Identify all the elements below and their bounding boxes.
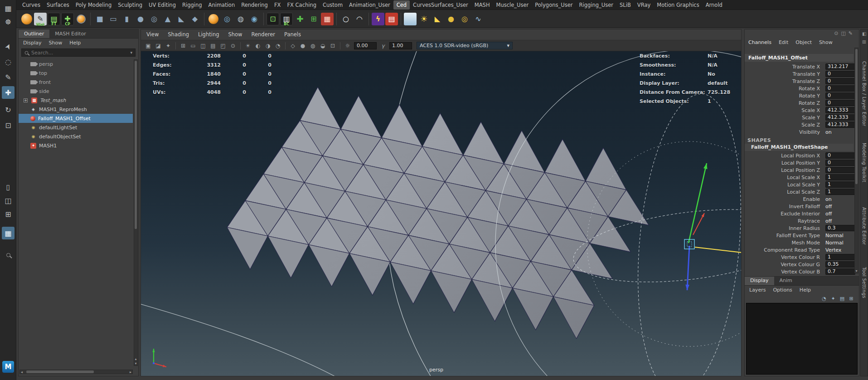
channel-value-field[interactable]: 0: [825, 93, 855, 99]
menu-custom[interactable]: Custom: [320, 0, 346, 10]
lasso-tool-icon[interactable]: [2, 55, 15, 68]
shelf-sphere-ring-icon[interactable]: [75, 13, 87, 25]
scrollbar-thumb[interactable]: [26, 370, 94, 373]
menu-arnold[interactable]: Arnold: [703, 0, 726, 10]
channel-value[interactable]: off: [825, 204, 832, 209]
shelf-poly-pyramid-icon[interactable]: [175, 13, 188, 25]
shelf-delete-history-icon[interactable]: [385, 13, 398, 25]
channel-value-field[interactable]: 0: [825, 160, 855, 166]
channel-value-field[interactable]: 412.333: [825, 122, 855, 128]
move-layer-icon[interactable]: [820, 295, 828, 302]
dock-icon[interactable]: [862, 31, 866, 36]
scroll-right-icon[interactable]: ▸: [130, 370, 131, 374]
layout-single-pane-icon[interactable]: [2, 180, 15, 193]
channel-value[interactable]: on: [825, 129, 832, 135]
outliner-item-repromesh[interactable]: ◈MASH1_ReproMesh: [19, 105, 133, 114]
exposure-icon[interactable]: [343, 42, 352, 50]
shelf-uv-sphere-icon[interactable]: [207, 13, 220, 25]
shelf-mash-icon[interactable]: [372, 13, 384, 25]
settings-gear-icon[interactable]: [2, 15, 15, 28]
scrollbar-thumb[interactable]: [855, 49, 858, 184]
channel-value-field[interactable]: 0.3: [825, 225, 855, 231]
channel-value-field[interactable]: 412.333: [825, 107, 855, 113]
shelf-torus-yellow-icon[interactable]: [458, 13, 471, 25]
menu-uv-editing[interactable]: UV Editing: [145, 0, 179, 10]
outliner-item-default-object-set[interactable]: ◉defaultObjectSet: [19, 132, 133, 141]
motion-blur-icon[interactable]: [273, 42, 282, 50]
outliner-item-top[interactable]: top: [19, 68, 133, 78]
select-tool-icon[interactable]: [2, 40, 15, 53]
menu-fx-caching[interactable]: FX Caching: [284, 0, 320, 10]
channel-value-field[interactable]: 0: [825, 78, 855, 84]
workspace-icon[interactable]: [2, 2, 15, 15]
menu-rendering[interactable]: Rendering: [238, 0, 271, 10]
list-view-icon[interactable]: [841, 30, 845, 36]
field-chart-icon[interactable]: [218, 42, 228, 50]
viewport-menu-view[interactable]: View: [146, 31, 159, 38]
channel-value-field[interactable]: 412.333: [825, 114, 855, 121]
ambient-occlusion-icon[interactable]: [263, 42, 272, 50]
lock-camera-icon[interactable]: [154, 42, 163, 50]
shelf-history-icon[interactable]: Hist: [34, 13, 47, 25]
viewport-canvas[interactable]: Verts:220800 Edges:331200 Faces:184000 T…: [141, 51, 741, 376]
menu-sculpting[interactable]: Sculpting: [115, 0, 145, 10]
isolate-select-icon[interactable]: [328, 42, 337, 50]
menu-surfaces[interactable]: Surfaces: [44, 0, 73, 10]
sidebar-tab-modeling-toolkit[interactable]: Modeling Toolkit: [862, 143, 867, 182]
camera-attributes-icon[interactable]: [164, 42, 173, 50]
channel-value[interactable]: on: [825, 196, 832, 202]
wireframe-mode-icon[interactable]: [288, 42, 297, 50]
rotate-tool-icon[interactable]: [2, 103, 15, 116]
menu-polygons-user[interactable]: Polygons_User: [532, 0, 576, 10]
channel-value[interactable]: Normal: [825, 240, 844, 246]
shape-node-name[interactable]: Falloff_MASH1_OffsetShape: [745, 144, 853, 151]
outliner-item-falloff[interactable]: Falloff_MASH1_Offset: [19, 114, 133, 123]
channel-value-field[interactable]: 0: [825, 71, 855, 77]
scroll-left-icon[interactable]: ◂: [21, 370, 23, 374]
layer-menu-options[interactable]: Options: [773, 287, 792, 293]
outliner-item-default-light-set[interactable]: ◉defaultLightSet: [19, 123, 133, 132]
pin-icon[interactable]: [834, 30, 838, 36]
gate-mask-icon[interactable]: [209, 42, 218, 50]
shelf-spotlight-icon[interactable]: [431, 13, 444, 25]
shelf-sky-plane-icon[interactable]: [404, 13, 417, 25]
shelf-move-snap-icon[interactable]: [294, 13, 306, 25]
menu-rigging[interactable]: Rigging: [179, 0, 205, 10]
shelf-wire-globe-icon[interactable]: [248, 13, 261, 25]
channel-value-field[interactable]: 0: [825, 152, 855, 159]
menu-slib[interactable]: SLiB: [616, 0, 634, 10]
edit-channels-icon[interactable]: [849, 30, 853, 36]
viewport-menu-lighting[interactable]: Lighting: [198, 31, 219, 38]
shelf-poly-sphere-icon[interactable]: [134, 13, 147, 25]
shaded-mode-icon[interactable]: [298, 42, 307, 50]
select-camera-icon[interactable]: [144, 42, 153, 50]
menu-curves[interactable]: Curves: [19, 0, 44, 10]
shelf-poly-cone-icon[interactable]: [161, 13, 174, 25]
exposure-field[interactable]: 0.00: [354, 42, 377, 49]
channel-value-field[interactable]: 0: [825, 167, 855, 173]
outliner-horizontal-scrollbar[interactable]: ◂ ▸: [19, 370, 133, 374]
layer-menu-help[interactable]: Help: [800, 287, 811, 293]
menu-poly-modeling[interactable]: Poly Modeling: [73, 0, 115, 10]
channel-value-field[interactable]: 1: [825, 254, 855, 260]
grid-toggle-icon[interactable]: [179, 42, 188, 50]
menu-animation[interactable]: Animation: [205, 0, 238, 10]
safe-action-icon[interactable]: [228, 42, 238, 50]
outliner-menu-help[interactable]: Help: [69, 40, 81, 46]
channel-value[interactable]: off: [825, 218, 832, 224]
channel-value[interactable]: Normal: [825, 233, 844, 239]
shelf-center-pivot-icon[interactable]: CP: [61, 13, 74, 25]
shelf-batch-bake-icon[interactable]: BC: [280, 13, 293, 25]
channel-value-field[interactable]: 1: [825, 174, 855, 180]
shelf-freeze-transform-icon[interactable]: FT: [48, 13, 60, 25]
layout-two-pane-icon[interactable]: [2, 194, 15, 207]
shadows-toggle-icon[interactable]: [253, 42, 262, 50]
xray-mode-icon[interactable]: [318, 42, 327, 50]
paint-select-tool-icon[interactable]: [2, 71, 15, 83]
outliner-menu-display[interactable]: Display: [23, 40, 42, 46]
tab-anim[interactable]: Anim: [774, 277, 798, 285]
shelf-motion-trail-icon[interactable]: [472, 13, 485, 25]
channel-value-field[interactable]: 0: [825, 100, 855, 106]
tab-outliner[interactable]: Outliner: [19, 29, 49, 38]
channel-value[interactable]: off: [825, 211, 832, 217]
